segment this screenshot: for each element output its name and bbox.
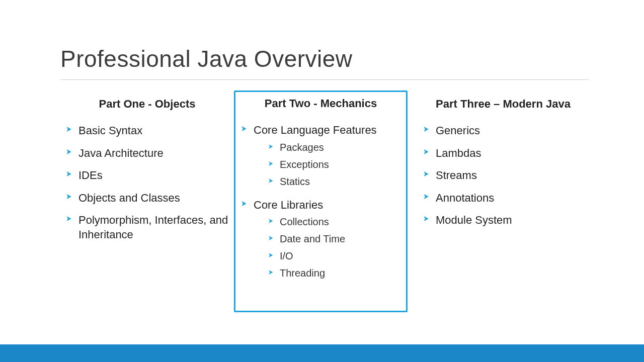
column-heading: Part Two - Mechanics (240, 97, 401, 110)
list-item: Module System (423, 209, 584, 232)
sub-list-item: Packages (268, 139, 401, 156)
sub-list-item: Exceptions (268, 156, 401, 173)
item-list: Basic Syntax Java Architecture IDEs Obje… (65, 120, 229, 246)
list-item: Basic Syntax (65, 120, 229, 142)
list-item: Java Architecture (65, 142, 229, 165)
slide-title: Professional Java Overview (60, 45, 589, 80)
list-item: IDEs (65, 164, 229, 187)
list-item: Core Language Features Packages Exceptio… (240, 119, 401, 194)
sub-list-item: Threading (268, 264, 401, 282)
column-heading: Part Three – Modern Java (423, 98, 584, 111)
column-part-three: Part Three – Modern Java Generics Lambda… (418, 93, 589, 312)
item-list: Core Language Features Packages Exceptio… (240, 119, 401, 286)
footer-bar (0, 344, 644, 362)
sub-list-item: Collections (268, 213, 401, 230)
sub-list-item: Date and Time (268, 230, 401, 247)
column-heading: Part One - Objects (65, 98, 229, 111)
item-list: Generics Lambdas Streams Annotations Mod… (423, 120, 584, 232)
sub-list: Packages Exceptions Statics (268, 139, 401, 190)
list-item: Generics (423, 120, 584, 142)
sub-list-item: I/O (268, 247, 401, 264)
list-item: Polymorphism, Interfaces, and Inheritanc… (65, 209, 229, 246)
slide: Professional Java Overview Part One - Ob… (0, 0, 644, 312)
list-item-label: Core Language Features (254, 124, 377, 136)
sub-list: Collections Date and Time I/O Threading (268, 213, 401, 282)
sub-list-item: Statics (268, 173, 401, 190)
list-item-label: Core Libraries (254, 199, 323, 211)
list-item: Annotations (423, 187, 584, 210)
column-part-two: Part Two - Mechanics Core Language Featu… (234, 90, 408, 312)
columns-container: Part One - Objects Basic Syntax Java Arc… (60, 93, 589, 312)
list-item: Core Libraries Collections Date and Time… (240, 194, 401, 286)
list-item: Lambdas (423, 142, 584, 165)
list-item: Objects and Classes (65, 187, 229, 210)
list-item: Streams (423, 164, 584, 187)
column-part-one: Part One - Objects Basic Syntax Java Arc… (60, 93, 234, 312)
